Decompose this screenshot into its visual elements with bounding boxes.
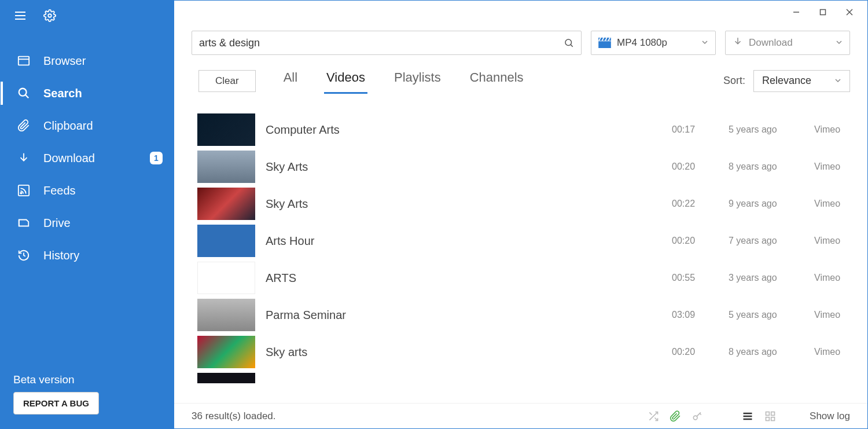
sidebar-item-label: Drive bbox=[43, 217, 163, 230]
result-title: Computer Arts bbox=[266, 123, 661, 137]
tab-playlists[interactable]: Playlists bbox=[392, 68, 443, 94]
report-bug-button[interactable]: REPORT A BUG bbox=[13, 392, 99, 415]
result-source: Vimeo bbox=[814, 347, 860, 357]
download-button[interactable]: Download bbox=[725, 31, 850, 55]
toolbar: MP4 1080p Download bbox=[174, 24, 867, 60]
svg-point-3 bbox=[48, 14, 52, 17]
result-source: Vimeo bbox=[814, 124, 860, 135]
svg-rect-35 bbox=[766, 417, 770, 420]
result-row[interactable]: Parma Seminar 03:09 5 years ago Vimeo bbox=[197, 296, 860, 333]
sidebar-item-label: Search bbox=[43, 87, 163, 100]
result-title: ARTS bbox=[266, 272, 661, 285]
sort-select[interactable]: Relevance bbox=[753, 70, 850, 92]
search-icon[interactable] bbox=[564, 38, 574, 48]
svg-rect-34 bbox=[771, 412, 775, 415]
svg-rect-36 bbox=[771, 417, 775, 420]
sidebar-item-browser[interactable]: Browser bbox=[1, 45, 174, 77]
result-source: Vimeo bbox=[814, 162, 860, 172]
result-source: Vimeo bbox=[814, 199, 860, 209]
result-title: Arts Hour bbox=[266, 234, 661, 248]
result-duration: 00:22 bbox=[672, 199, 718, 209]
main: MP4 1080p Download Clear AllVideosPlayli… bbox=[174, 1, 867, 428]
shuffle-icon[interactable] bbox=[648, 410, 659, 422]
maximize-button[interactable] bbox=[810, 3, 836, 21]
sidebar-top bbox=[1, 1, 174, 33]
minimize-button[interactable] bbox=[783, 3, 810, 21]
paperclip-icon[interactable] bbox=[670, 410, 681, 422]
sidebar-item-label: Download bbox=[43, 152, 137, 165]
gear-icon[interactable] bbox=[43, 9, 56, 24]
drive-icon bbox=[17, 216, 31, 230]
sidebar-item-search[interactable]: Search bbox=[1, 77, 174, 109]
tab-videos[interactable]: Videos bbox=[324, 68, 367, 94]
sidebar-item-clipboard[interactable]: Clipboard bbox=[1, 109, 174, 142]
result-age: 8 years ago bbox=[729, 347, 804, 357]
result-duration: 00:55 bbox=[672, 273, 718, 283]
download-label: Download bbox=[749, 37, 793, 49]
results-count: 36 result(s) loaded. bbox=[192, 410, 276, 422]
sidebar-item-history[interactable]: History bbox=[1, 239, 174, 272]
sidebar-badge: 1 bbox=[150, 152, 163, 164]
format-select[interactable]: MP4 1080p bbox=[591, 31, 716, 55]
svg-rect-17 bbox=[598, 41, 611, 48]
svg-rect-4 bbox=[19, 57, 29, 65]
result-thumbnail bbox=[197, 373, 255, 383]
result-row[interactable] bbox=[197, 371, 860, 386]
result-age: 7 years ago bbox=[729, 236, 804, 246]
result-thumbnail bbox=[197, 225, 255, 257]
list-view-icon[interactable] bbox=[741, 410, 754, 422]
result-age: 3 years ago bbox=[729, 273, 804, 283]
results-list[interactable]: Computer Arts 00:17 5 years ago Vimeo Sk… bbox=[174, 100, 867, 403]
close-button[interactable] bbox=[836, 3, 863, 21]
result-thumbnail bbox=[197, 188, 255, 220]
sidebar-item-feeds[interactable]: Feeds bbox=[1, 174, 174, 207]
sort-label: Sort: bbox=[723, 75, 745, 87]
menu-icon[interactable] bbox=[13, 9, 27, 25]
result-thumbnail bbox=[197, 113, 255, 146]
sidebar-bottom: Beta version REPORT A BUG bbox=[1, 373, 174, 428]
result-row[interactable]: Sky arts 00:20 8 years ago Vimeo bbox=[197, 333, 860, 371]
svg-line-7 bbox=[25, 95, 29, 98]
result-age: 5 years ago bbox=[729, 310, 804, 320]
svg-line-16 bbox=[571, 45, 572, 46]
result-thumbnail bbox=[197, 336, 255, 368]
svg-point-27 bbox=[693, 416, 697, 420]
search-icon bbox=[17, 86, 31, 100]
svg-point-10 bbox=[20, 192, 21, 193]
svg-line-26 bbox=[649, 412, 652, 415]
result-row[interactable]: Sky Arts 00:22 9 years ago Vimeo bbox=[197, 185, 860, 222]
result-title: Sky arts bbox=[266, 346, 661, 359]
sidebar-item-drive[interactable]: Drive bbox=[1, 207, 174, 239]
tab-channels[interactable]: Channels bbox=[468, 68, 526, 94]
result-age: 5 years ago bbox=[729, 124, 804, 135]
titlebar bbox=[174, 1, 867, 24]
result-title: Sky Arts bbox=[266, 197, 661, 211]
result-source: Vimeo bbox=[814, 236, 860, 246]
beta-label: Beta version bbox=[13, 373, 163, 386]
result-duration: 00:20 bbox=[672, 162, 718, 172]
key-icon[interactable] bbox=[692, 410, 703, 422]
result-row[interactable]: Computer Arts 00:17 5 years ago Vimeo bbox=[197, 111, 860, 148]
result-row[interactable]: Arts Hour 00:20 7 years ago Vimeo bbox=[197, 222, 860, 259]
sidebar-item-label: Clipboard bbox=[43, 119, 163, 133]
result-duration: 00:17 bbox=[672, 124, 718, 135]
svg-point-6 bbox=[19, 89, 27, 96]
result-title: Parma Seminar bbox=[266, 309, 661, 322]
result-thumbnail bbox=[197, 262, 255, 294]
svg-rect-9 bbox=[19, 185, 29, 196]
result-title: Sky Arts bbox=[266, 160, 661, 174]
tab-all[interactable]: All bbox=[281, 68, 300, 94]
search-wrap bbox=[192, 31, 582, 55]
svg-rect-12 bbox=[821, 10, 826, 15]
grid-view-icon[interactable] bbox=[764, 410, 776, 422]
result-row[interactable]: Sky Arts 00:20 8 years ago Vimeo bbox=[197, 148, 860, 185]
clear-button[interactable]: Clear bbox=[198, 70, 256, 92]
result-row[interactable]: ARTS 00:55 3 years ago Vimeo bbox=[197, 259, 860, 296]
sidebar-item-download[interactable]: Download 1 bbox=[1, 142, 174, 174]
chevron-down-icon bbox=[701, 37, 708, 49]
result-duration: 00:20 bbox=[672, 347, 718, 357]
result-thumbnail bbox=[197, 151, 255, 183]
nav: Browser Search Clipboard Download 1 Feed… bbox=[1, 33, 174, 373]
search-input[interactable] bbox=[199, 37, 564, 49]
show-log-button[interactable]: Show log bbox=[810, 410, 850, 422]
